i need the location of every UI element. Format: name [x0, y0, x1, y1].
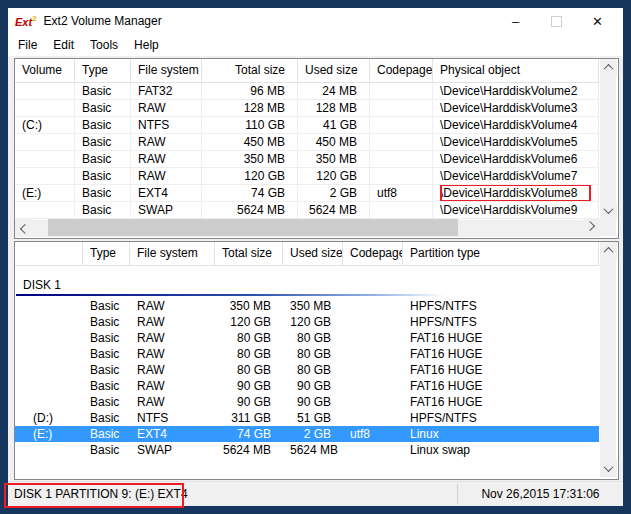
cell: 80 GB	[283, 346, 343, 362]
cell	[343, 346, 403, 362]
scrollbar-thumb[interactable]	[48, 219, 458, 236]
table-row-selected[interactable]: (E:)BasicEXT474 GB2 GButf8Linux	[15, 426, 599, 442]
scrollbar-down-button[interactable]	[600, 202, 617, 219]
scrollbar-up-button[interactable]	[600, 242, 617, 259]
column-header-total-size[interactable]: Total size	[202, 59, 298, 82]
cell: RAW	[131, 168, 202, 184]
cell: 5624 MB	[298, 202, 370, 218]
cell	[343, 378, 403, 394]
table-row[interactable]: BasicRAW120 GB120 GBHPFS/NTFS	[15, 314, 599, 330]
cell: 90 GB	[215, 378, 283, 394]
cell	[343, 362, 403, 378]
cell: 110 GB	[202, 117, 298, 133]
chevron-left-icon	[20, 224, 30, 234]
cell: \Device\HarddiskVolume3	[433, 100, 599, 116]
cell: 5624 MB	[202, 202, 298, 218]
cell: RAW	[131, 100, 202, 116]
table-row[interactable]: BasicRAW80 GB80 GBFAT16 HUGE	[15, 346, 599, 362]
cell: RAW	[130, 378, 215, 394]
table-row[interactable]: BasicRAW120 GB120 GB\Device\HarddiskVolu…	[15, 168, 599, 185]
cell: NTFS	[131, 117, 202, 133]
column-header-codepage[interactable]: Codepage	[343, 242, 403, 265]
column-header-file-system[interactable]: File system	[130, 242, 215, 265]
table-row[interactable]: (C:)BasicNTFS110 GB41 GB\Device\Harddisk…	[15, 117, 599, 134]
cell: RAW	[130, 346, 215, 362]
cell	[343, 410, 403, 426]
table-row[interactable]: BasicFAT3296 MB24 MB\Device\HarddiskVolu…	[15, 83, 599, 100]
status-selection-text: DISK 1 PARTITION 9: (E:) EXT4	[14, 482, 188, 506]
title-bar[interactable]: Ext2 Ext2 Volume Manager – ✕	[8, 8, 623, 34]
disk-group-underline	[16, 294, 446, 296]
cell: FAT16 HUGE	[403, 330, 599, 346]
column-header-used-size[interactable]: Used size	[283, 242, 343, 265]
cell: Basic	[83, 330, 130, 346]
menu-edit[interactable]: Edit	[45, 34, 82, 56]
close-icon: ✕	[592, 14, 603, 29]
cell: 2 GB	[298, 185, 370, 201]
column-header-type[interactable]: Type	[75, 59, 131, 82]
cell: RAW	[130, 362, 215, 378]
cell	[370, 100, 433, 116]
menu-tools[interactable]: Tools	[82, 34, 126, 56]
scrollbar-down-button[interactable]	[600, 460, 617, 477]
app-icon: Ext2	[15, 15, 37, 28]
cell	[15, 330, 83, 346]
scrollbar-left-button[interactable]	[15, 219, 32, 236]
cell: Basic	[75, 134, 131, 150]
cell	[15, 362, 83, 378]
table-row[interactable]: BasicRAW80 GB80 GBFAT16 HUGE	[15, 330, 599, 346]
cell-annotated-physical-object: \Device\HarddiskVolume8	[433, 185, 599, 201]
table-row[interactable]: BasicSWAP5624 MB5624 MB\Device\HarddiskV…	[15, 202, 599, 219]
cell: 311 GB	[215, 410, 283, 426]
vertical-scrollbar[interactable]	[600, 59, 616, 219]
cell: 80 GB	[283, 362, 343, 378]
column-header-partition-type[interactable]: Partition type	[403, 242, 599, 265]
minimize-button[interactable]: –	[495, 8, 536, 34]
table-row[interactable]: BasicRAW90 GB90 GBFAT16 HUGE	[15, 378, 599, 394]
column-header-file-system[interactable]: File system	[131, 59, 202, 82]
cell: 120 GB	[298, 168, 370, 184]
column-header-total-size[interactable]: Total size	[215, 242, 283, 265]
cell: Basic	[83, 410, 130, 426]
table-row[interactable]: BasicSWAP5624 MB5624 MBLinux swap	[15, 442, 599, 458]
column-header-codepage[interactable]: Codepage	[370, 59, 433, 82]
cell: utf8	[370, 185, 433, 201]
cell: SWAP	[131, 202, 202, 218]
table-row[interactable]: BasicRAW128 MB128 MB\Device\HarddiskVolu…	[15, 100, 599, 117]
cell: EXT4	[130, 426, 215, 442]
scrollbar-up-button[interactable]	[600, 59, 617, 76]
chevron-up-icon	[604, 64, 614, 74]
menu-file[interactable]: File	[10, 34, 45, 56]
table-row[interactable]: BasicRAW80 GB80 GBFAT16 HUGE	[15, 362, 599, 378]
cell: (E:)	[15, 185, 75, 201]
menu-help[interactable]: Help	[126, 34, 167, 56]
cell: 350 MB	[283, 298, 343, 314]
vertical-scrollbar[interactable]	[600, 242, 616, 477]
cell	[343, 298, 403, 314]
cell	[15, 134, 75, 150]
cell: Linux swap	[403, 442, 599, 458]
cell: 450 MB	[202, 134, 298, 150]
column-header-volume[interactable]: Volume	[15, 59, 75, 82]
cell: NTFS	[130, 410, 215, 426]
cell: HPFS/NTFS	[403, 314, 599, 330]
cell: 96 MB	[202, 83, 298, 99]
column-header-type[interactable]: Type	[83, 242, 130, 265]
table-row-ext4[interactable]: (E:)BasicEXT474 GB2 GButf8\Device\Harddi…	[15, 185, 599, 202]
cell	[343, 330, 403, 346]
close-button[interactable]: ✕	[577, 8, 618, 34]
column-header-used-size[interactable]: Used size	[298, 59, 370, 82]
table-row[interactable]: BasicRAW450 MB450 MB\Device\HarddiskVolu…	[15, 134, 599, 151]
table-row[interactable]: BasicRAW350 MB350 MBHPFS/NTFS	[15, 298, 599, 314]
cell: 350 MB	[215, 298, 283, 314]
scrollbar-right-button[interactable]	[583, 219, 600, 236]
column-header-blank[interactable]	[15, 242, 83, 265]
cell: Basic	[83, 394, 130, 410]
cell: \Device\HarddiskVolume5	[433, 134, 599, 150]
disk-group-label: DISK 1	[15, 278, 599, 293]
table-row[interactable]: (D:)BasicNTFS311 GB51 GBHPFS/NTFS	[15, 410, 599, 426]
table-row[interactable]: BasicRAW90 GB90 GBFAT16 HUGE	[15, 394, 599, 410]
cell: 80 GB	[215, 346, 283, 362]
column-header-physical-object[interactable]: Physical object	[433, 59, 599, 82]
table-row[interactable]: BasicRAW350 MB350 MB\Device\HarddiskVolu…	[15, 151, 599, 168]
